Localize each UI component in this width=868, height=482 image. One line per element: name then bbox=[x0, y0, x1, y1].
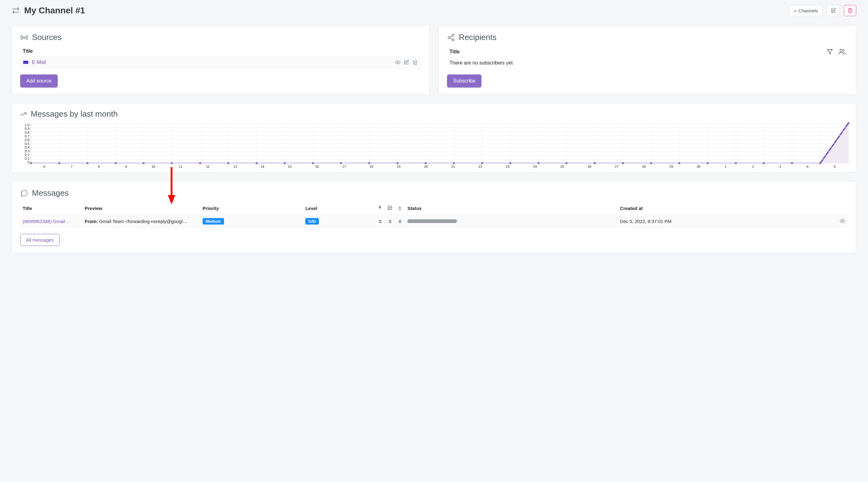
chart-plot: 1.00.90.80.70.60.50.40.30.20.10 67891011… bbox=[20, 123, 848, 168]
chevron-left-double-icon: « bbox=[794, 8, 796, 13]
page-header: My Channel #1 « Channels bbox=[12, 3, 856, 18]
filter-icon[interactable] bbox=[827, 49, 833, 55]
message-preview: From: Gmail Team <forwarding-noreply@goo… bbox=[82, 214, 200, 228]
svg-point-1 bbox=[397, 62, 399, 63]
sources-title: Sources bbox=[32, 33, 61, 42]
share-icon bbox=[447, 33, 455, 41]
chart-card: Messages by last month 1.00.90.80.70.60.… bbox=[12, 103, 856, 172]
channels-button[interactable]: « Channels bbox=[789, 5, 823, 16]
preview-value: Gmail Team <forwarding-noreply@googl… bbox=[99, 219, 187, 224]
image-icon bbox=[388, 205, 393, 210]
table-row: (#699962348) Gmail … From: Gmail Team <f… bbox=[20, 214, 848, 228]
pointer-icon bbox=[377, 205, 382, 210]
download-icon bbox=[397, 205, 402, 210]
chart-line-icon bbox=[20, 110, 27, 118]
recipients-title: Recipients bbox=[459, 33, 496, 42]
sources-card: Sources Title E-Mail bbox=[12, 26, 429, 95]
clicks-count: 0 bbox=[375, 214, 385, 228]
status-pill bbox=[407, 219, 457, 223]
svg-point-12 bbox=[389, 207, 390, 207]
col-priority: Priority bbox=[200, 202, 303, 214]
arrow-annotation bbox=[166, 167, 177, 204]
recipients-heading: Recipients bbox=[447, 33, 848, 42]
page-title: My Channel #1 bbox=[24, 6, 85, 15]
mail-icon bbox=[23, 59, 29, 65]
sources-heading: Sources bbox=[20, 33, 421, 42]
recipients-table-header: Title bbox=[447, 46, 848, 57]
svg-line-6 bbox=[450, 36, 452, 37]
svg-marker-7 bbox=[827, 50, 833, 54]
messages-table: Title Preview Priority Level Status Crea… bbox=[20, 202, 848, 228]
users-icon[interactable] bbox=[839, 49, 845, 55]
svg-point-8 bbox=[840, 49, 842, 52]
message-link[interactable]: (#699962348) Gmail … bbox=[23, 219, 71, 224]
col-title: Title bbox=[20, 202, 82, 214]
source-row: E-Mail bbox=[20, 56, 421, 69]
messages-card: Messages Title Preview Priority Level bbox=[12, 181, 856, 253]
all-messages-button[interactable]: All messages bbox=[20, 234, 60, 246]
chart-title: Messages by last month bbox=[31, 109, 118, 119]
sources-table-header: Title bbox=[20, 46, 421, 56]
chart-heading: Messages by last month bbox=[20, 109, 848, 119]
images-count: 0 bbox=[385, 214, 395, 228]
messages-title: Messages bbox=[32, 188, 69, 198]
col-downloads bbox=[395, 202, 405, 214]
recipients-card: Recipients Title There are no subscriber… bbox=[439, 26, 856, 95]
swap-icon bbox=[12, 6, 20, 14]
edit-channel-button[interactable] bbox=[827, 5, 839, 16]
eye-icon[interactable] bbox=[394, 59, 401, 66]
channels-button-label: Channels bbox=[799, 8, 818, 13]
edit-icon bbox=[831, 8, 836, 13]
svg-line-5 bbox=[450, 38, 452, 39]
sources-th-title: Title bbox=[23, 49, 33, 54]
col-created: Created at bbox=[618, 202, 837, 214]
recipients-empty: There are no subscribers yet bbox=[447, 57, 848, 69]
col-clicks bbox=[375, 202, 385, 214]
broadcast-icon bbox=[20, 33, 28, 41]
priority-badge: Medium bbox=[203, 218, 224, 225]
svg-point-13 bbox=[842, 220, 843, 222]
delete-channel-button[interactable] bbox=[844, 5, 856, 16]
svg-point-0 bbox=[24, 37, 25, 38]
col-status: Status bbox=[405, 202, 617, 214]
trash-icon bbox=[847, 8, 853, 13]
subscribe-button[interactable]: Subscribe bbox=[447, 74, 482, 88]
eye-icon[interactable] bbox=[840, 218, 845, 224]
level-badge: Info bbox=[305, 218, 319, 225]
downloads-count: 0 bbox=[395, 214, 405, 228]
messages-heading: Messages bbox=[20, 188, 848, 198]
col-level: Level bbox=[303, 202, 375, 214]
created-at: Dec 5, 2022, 8:37:01 PM bbox=[618, 214, 837, 228]
edit-icon[interactable] bbox=[403, 59, 410, 66]
recipients-th-title: Title bbox=[450, 49, 460, 55]
col-images bbox=[385, 202, 395, 214]
add-source-button[interactable]: Add source bbox=[20, 74, 58, 88]
preview-label: From: bbox=[85, 219, 98, 224]
source-link[interactable]: E-Mail bbox=[32, 60, 46, 65]
chat-icon bbox=[20, 189, 28, 197]
col-preview: Preview bbox=[82, 202, 200, 214]
trash-icon[interactable] bbox=[412, 59, 418, 66]
